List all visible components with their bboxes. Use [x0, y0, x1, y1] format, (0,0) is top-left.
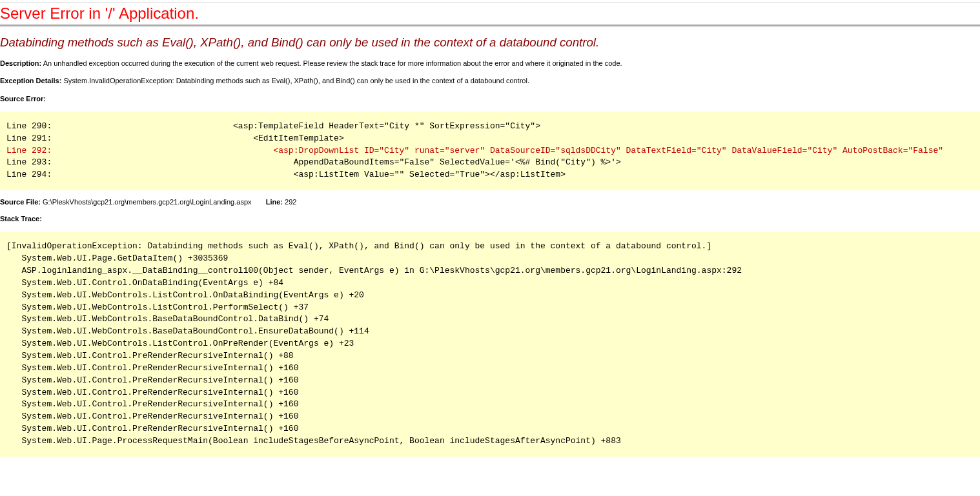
source-line-293: Line 293: AppendDataBoundItems="False" S…	[6, 157, 621, 167]
source-error-row: Source Error:	[0, 94, 980, 103]
exception-label: Exception Details:	[0, 77, 61, 84]
source-line-290: Line 290: <asp:TemplateField HeaderText=…	[6, 121, 540, 131]
source-error-label: Source Error:	[0, 95, 46, 103]
source-line-291: Line 291: <EditItemTemplate>	[6, 134, 344, 143]
page-title: Server Error in '/' Application.	[0, 5, 980, 23]
error-subheading: Databinding methods such as Eval(), XPat…	[0, 35, 980, 50]
line-value: 292	[285, 198, 296, 206]
source-line-292: Line 292: <asp:DropDownList ID="City" ru…	[6, 146, 943, 155]
exception-row: Exception Details: System.InvalidOperati…	[0, 76, 980, 85]
source-file-label: Source File:	[0, 198, 41, 206]
stack-trace-row: Stack Trace:	[0, 214, 980, 223]
source-file-row: Source File: G:\PleskVhosts\gcp21.org\me…	[0, 198, 980, 206]
description-row: Description: An unhandled exception occu…	[0, 59, 980, 68]
stack-trace-codebox: [InvalidOperationException: Databinding …	[0, 232, 980, 456]
description-label: Description:	[0, 59, 41, 67]
source-line-294: Line 294: <asp:ListItem Value="" Selecte…	[6, 170, 566, 179]
exception-value: System.InvalidOperationException: Databi…	[63, 77, 529, 84]
stack-trace-label: Stack Trace:	[0, 215, 42, 223]
description-value: An unhandled exception occurred during t…	[43, 59, 622, 67]
source-error-pre: Line 290: <asp:TemplateField HeaderText=…	[6, 121, 974, 181]
source-error-codebox: Line 290: <asp:TemplateField HeaderText=…	[0, 112, 980, 190]
source-file-value: G:\PleskVhosts\gcp21.org\members.gcp21.o…	[43, 198, 251, 206]
line-label: Line:	[266, 198, 283, 206]
divider	[0, 25, 980, 26]
stack-trace-pre: [InvalidOperationException: Databinding …	[6, 241, 974, 447]
